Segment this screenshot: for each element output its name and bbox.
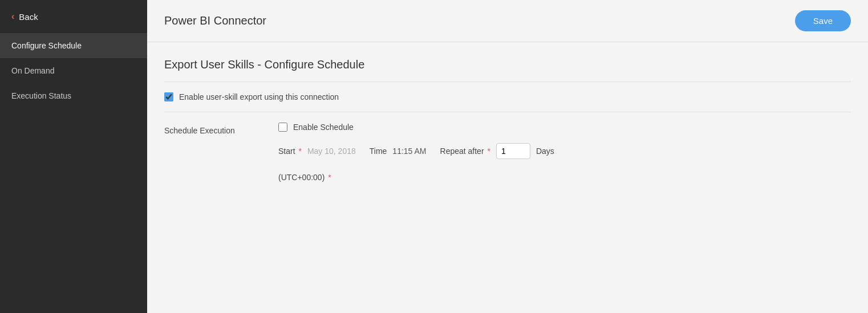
sidebar-item-on-demand[interactable]: On Demand [0, 58, 147, 83]
repeat-input[interactable] [496, 143, 530, 159]
days-label: Days [536, 147, 554, 156]
sidebar: ‹ Back Configure Schedule On Demand Exec… [0, 0, 147, 313]
utc-label: (UTC+00:00) * [278, 173, 331, 182]
header: Power BI Connector Save [147, 0, 868, 42]
start-label: Start * [278, 147, 302, 156]
chevron-left-icon: ‹ [11, 11, 14, 22]
header-title: Power BI Connector [164, 14, 266, 27]
divider-1 [164, 82, 851, 82]
schedule-controls: Enable Schedule Start * May 10, 2018 Tim… [278, 123, 554, 182]
sidebar-item-label: On Demand [11, 66, 54, 75]
enable-connection-label[interactable]: Enable user-skill export using this conn… [179, 92, 339, 101]
page-title: Export User Skills - Configure Schedule [164, 58, 851, 71]
enable-schedule-checkbox[interactable] [278, 123, 287, 132]
enable-schedule-label[interactable]: Enable Schedule [293, 123, 354, 132]
start-value: May 10, 2018 [307, 147, 356, 156]
schedule-section: Schedule Execution Enable Schedule Start… [164, 123, 851, 182]
main-content: Power BI Connector Save Export User Skil… [147, 0, 868, 313]
fields-row: Start * May 10, 2018 Time 11:15 AM Repea… [278, 143, 554, 159]
time-value: 11:15 AM [392, 147, 426, 156]
utc-row: (UTC+00:00) * [278, 173, 554, 182]
enable-schedule-row: Enable Schedule [278, 123, 554, 132]
sidebar-item-label: Configure Schedule [11, 41, 82, 50]
repeat-label: Repeat after * [440, 147, 490, 156]
schedule-section-label: Schedule Execution [164, 123, 255, 135]
save-button[interactable]: Save [795, 10, 851, 31]
content-area: Export User Skills - Configure Schedule … [147, 42, 868, 313]
enable-connection-checkbox[interactable] [164, 92, 173, 101]
sidebar-item-execution-status[interactable]: Execution Status [0, 83, 147, 108]
sidebar-item-label: Execution Status [11, 91, 71, 100]
enable-connection-row: Enable user-skill export using this conn… [164, 92, 851, 101]
utc-required-star: * [326, 173, 331, 182]
sidebar-item-configure-schedule[interactable]: Configure Schedule [0, 33, 147, 58]
time-label: Time [370, 147, 387, 156]
time-field-group: Time 11:15 AM [370, 147, 427, 156]
divider-2 [164, 112, 851, 112]
back-label: Back [19, 12, 38, 22]
back-button[interactable]: ‹ Back [0, 0, 147, 33]
repeat-required-star: * [485, 147, 490, 156]
repeat-field-group: Repeat after * Days [440, 143, 554, 159]
start-required-star: * [297, 147, 302, 156]
start-field-group: Start * May 10, 2018 [278, 147, 356, 156]
